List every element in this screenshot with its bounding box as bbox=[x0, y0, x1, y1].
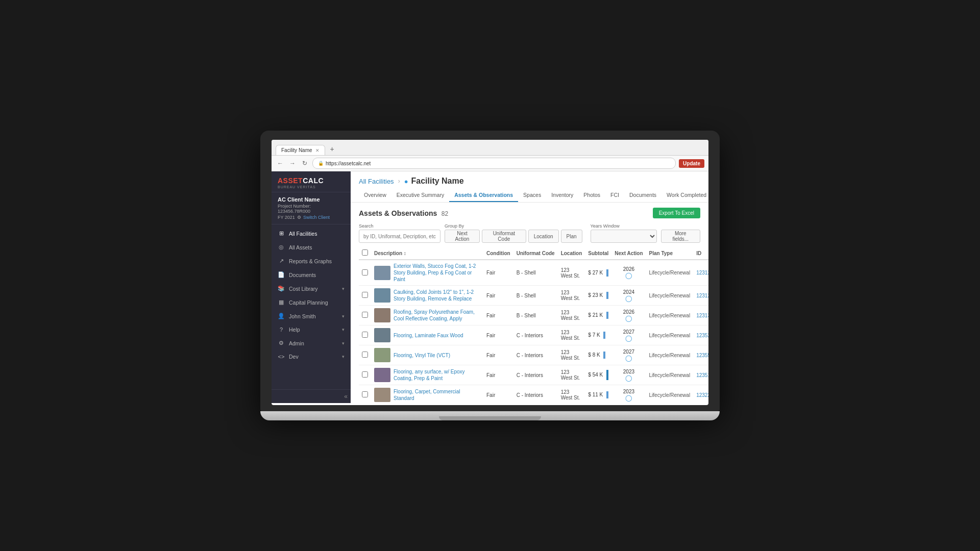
years-window-label: Years Window bbox=[591, 223, 657, 229]
back-button[interactable]: ← bbox=[276, 159, 285, 168]
row-uniformat: C - Interiors bbox=[513, 345, 558, 365]
more-fields-button[interactable]: More fields... bbox=[661, 230, 700, 243]
asset-link[interactable]: Flooring, any surface, w/ Epoxy Coating,… bbox=[394, 368, 480, 382]
table-row: Flooring, any surface, w/ Epoxy Coating,… bbox=[359, 365, 708, 385]
tab-work-completed[interactable]: Work Completed bbox=[662, 189, 708, 202]
uniformat-value: C - Interiors bbox=[517, 392, 543, 398]
row-checkbox[interactable] bbox=[362, 312, 368, 318]
tab-overview[interactable]: Overview bbox=[359, 189, 391, 202]
row-plan-type: Lifecycle/Renewal bbox=[646, 260, 694, 286]
row-uniformat: B - Shell bbox=[513, 286, 558, 306]
asset-link[interactable]: Flooring, Vinyl Tile (VCT) bbox=[394, 352, 450, 359]
tab-documents[interactable]: Documents bbox=[624, 189, 662, 202]
asset-id-link[interactable]: 123511 bbox=[696, 372, 708, 378]
year-value: 2027 bbox=[615, 329, 643, 335]
row-plan-type: Lifecycle/Renewal bbox=[646, 345, 694, 365]
row-description-cell: Flooring, Vinyl Tile (VCT) bbox=[371, 345, 483, 365]
chart-icon: ↗ bbox=[278, 258, 285, 264]
row-subtotal: $ 21 K bbox=[585, 306, 611, 325]
breadcrumb-all-facilities[interactable]: All Facilities bbox=[359, 178, 394, 185]
group-by-next-action[interactable]: Next Action bbox=[445, 230, 480, 243]
forward-button[interactable]: → bbox=[288, 159, 297, 168]
asset-count: 82 bbox=[442, 210, 448, 217]
active-tab[interactable]: Facility Name ✕ bbox=[276, 145, 325, 155]
sidebar-item-admin[interactable]: ⚙ Admin ▾ bbox=[272, 336, 351, 350]
row-uniformat: B - Shell bbox=[513, 306, 558, 325]
row-checkbox[interactable] bbox=[362, 332, 368, 338]
asset-id-link[interactable]: 123552 bbox=[696, 353, 708, 358]
group-by-plan[interactable]: Plan bbox=[561, 230, 582, 243]
content-title-group: Assets & Observations 82 bbox=[359, 209, 448, 218]
tab-photos[interactable]: Photos bbox=[578, 189, 605, 202]
chevron-down-icon-2: ▾ bbox=[342, 314, 345, 319]
row-checkbox[interactable] bbox=[362, 371, 368, 378]
sidebar-item-all-assets[interactable]: ◎ All Assets bbox=[272, 240, 351, 254]
row-checkbox[interactable] bbox=[362, 269, 368, 276]
row-checkbox-cell bbox=[359, 345, 371, 365]
asset-id-link[interactable]: 123132 bbox=[696, 313, 708, 318]
year-value: 2024 bbox=[615, 289, 643, 295]
export-excel-button[interactable]: Export To Excel bbox=[653, 208, 700, 218]
url-bar[interactable]: 🔒 https://assetcalc.net bbox=[312, 158, 676, 169]
breadcrumb-separator: › bbox=[398, 178, 400, 185]
new-tab-button[interactable]: + bbox=[326, 143, 338, 155]
asset-link[interactable]: Flooring, Laminate Faux Wood bbox=[394, 332, 463, 339]
row-subtotal: $ 8 K bbox=[585, 345, 611, 365]
refresh-button[interactable]: ↻ bbox=[300, 159, 309, 168]
table-row: Flooring, Carpet, Commercial Standard Fa… bbox=[359, 385, 708, 404]
sidebar-item-capital-planning[interactable]: ▦ Capital Planning bbox=[272, 295, 351, 309]
plan-type-value: Lifecycle/Renewal bbox=[649, 353, 691, 358]
row-checkbox[interactable] bbox=[362, 391, 368, 397]
sidebar-item-john-smith[interactable]: 👤 John Smith ▾ bbox=[272, 309, 351, 323]
row-location: 123 West St. bbox=[558, 365, 585, 385]
tab-close-icon[interactable]: ✕ bbox=[315, 148, 320, 153]
sidebar-item-documents[interactable]: 📄 Documents bbox=[272, 268, 351, 282]
tab-inventory[interactable]: Inventory bbox=[546, 189, 578, 202]
plan-circle-icon: ◯ bbox=[615, 315, 643, 322]
row-checkbox[interactable] bbox=[362, 292, 368, 298]
asset-id-link[interactable]: 123523 bbox=[696, 333, 708, 338]
row-uniformat: C - Interiors bbox=[513, 385, 558, 404]
update-button[interactable]: Update bbox=[679, 159, 704, 168]
content-area: Assets & Observations 82 Export To Excel… bbox=[351, 203, 708, 403]
switch-client-link[interactable]: Switch Client bbox=[303, 215, 330, 220]
group-by-location[interactable]: Location bbox=[528, 230, 559, 243]
sidebar-item-all-facilities[interactable]: ⊞ All Facilities bbox=[272, 227, 351, 240]
group-by-uniformat-code[interactable]: Uniformat Code bbox=[482, 230, 526, 243]
row-checkbox-cell bbox=[359, 286, 371, 306]
condition-value: Fair bbox=[486, 353, 495, 358]
asset-link[interactable]: Flooring, Carpet, Commercial Standard bbox=[394, 388, 480, 402]
browser-chrome: Facility Name ✕ + bbox=[272, 140, 708, 156]
sidebar-item-dev[interactable]: <> Dev ▾ bbox=[272, 350, 351, 363]
sidebar-item-cost-library[interactable]: 📚 Cost Library ▾ bbox=[272, 282, 351, 295]
asset-id-link[interactable]: 123224 bbox=[696, 392, 708, 398]
sidebar-item-help[interactable]: ? Help ▾ bbox=[272, 323, 351, 336]
tab-spaces[interactable]: Spaces bbox=[518, 189, 546, 202]
select-all-checkbox[interactable] bbox=[362, 249, 368, 256]
tab-fci[interactable]: FCI bbox=[605, 189, 624, 202]
asset-link[interactable]: Roofing, Spray Polyurethane Foam, Cool R… bbox=[394, 309, 480, 322]
row-checkbox-cell bbox=[359, 365, 371, 385]
row-condition: Fair bbox=[483, 345, 513, 365]
tab-executive-summary[interactable]: Executive Summary bbox=[391, 189, 449, 202]
asset-link[interactable]: Caulking, Cold Joints 1/2" to 1", 1-2 St… bbox=[394, 289, 480, 302]
search-input[interactable] bbox=[359, 230, 440, 243]
code-icon: <> bbox=[278, 354, 285, 360]
asset-link[interactable]: Exterior Walls, Stucco Fog Coat, 1-2 Sto… bbox=[394, 263, 480, 283]
tab-assets-observations[interactable]: Assets & Observations bbox=[449, 189, 518, 202]
asset-id-link[interactable]: 123123 bbox=[696, 270, 708, 276]
years-window-select[interactable] bbox=[591, 230, 657, 243]
sidebar-item-reports-graphs[interactable]: ↗ Reports & Graphs bbox=[272, 254, 351, 268]
row-checkbox[interactable] bbox=[362, 352, 368, 358]
location-value: 123 West St. bbox=[561, 369, 580, 381]
gear-icon: ⚙ bbox=[297, 215, 301, 220]
row-next-action: 2027 ◯ bbox=[611, 325, 646, 345]
condition-value: Fair bbox=[486, 270, 495, 276]
row-id: 123552 bbox=[693, 345, 708, 365]
asset-desc-container: Exterior Walls, Stucco Fog Coat, 1-2 Sto… bbox=[374, 263, 480, 283]
collapse-sidebar-button[interactable]: « bbox=[344, 393, 348, 400]
location-value: 123 West St. bbox=[561, 290, 580, 301]
asset-id-link[interactable]: 123124 bbox=[696, 293, 708, 298]
browser-tabs: Facility Name ✕ + bbox=[276, 143, 704, 155]
subtotal-bar bbox=[603, 332, 605, 339]
